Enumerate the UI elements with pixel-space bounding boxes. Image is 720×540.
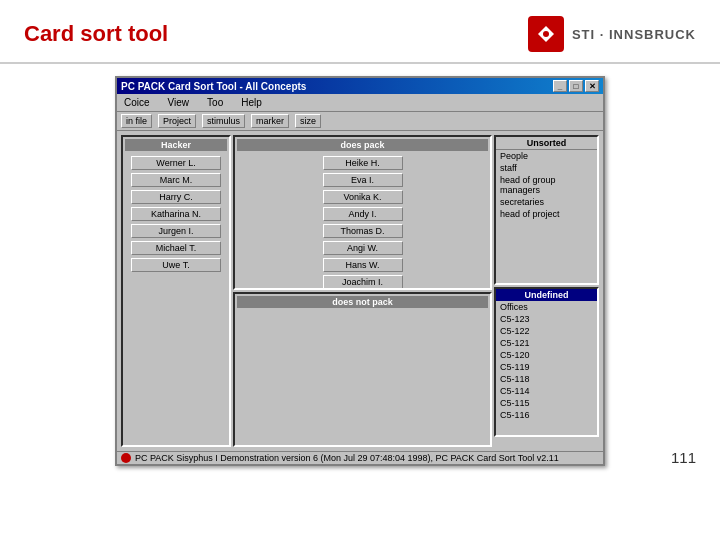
dialog-title: PC PACK Card Sort Tool - All Concepts [121,81,306,92]
logo-text: STI · INNSBRUCK [572,27,696,42]
list-item[interactable]: Katharina N. [131,207,221,221]
menu-view[interactable]: View [165,96,193,109]
list-item[interactable]: Uwe T. [131,258,221,272]
toolbar: in file Project stimulus marker size [117,112,603,131]
does-not-pack-panel: does not pack [233,292,492,447]
menu-help[interactable]: Help [238,96,265,109]
list-item[interactable]: C5-121 [496,337,597,349]
list-item[interactable]: Werner L. [131,156,221,170]
does-pack-title: does pack [237,139,488,151]
does-not-pack-title: does not pack [237,296,488,308]
list-item[interactable]: Joachim I. [323,275,403,289]
win-dialog: PC PACK Card Sort Tool - All Concepts _ … [115,76,605,466]
middle-panels: does pack Heike H. Eva I. Vonika K. Andy… [233,135,492,447]
list-item[interactable]: Eva I. [323,173,403,187]
list-item[interactable]: C5-118 [496,373,597,385]
close-button[interactable]: ✕ [585,80,599,92]
page-number: 111 [671,449,696,466]
list-item[interactable]: C5-120 [496,349,597,361]
page-title: Card sort tool [24,21,168,47]
list-item[interactable]: Vonika K. [323,190,403,204]
logo-icon [528,16,564,52]
list-item[interactable]: C5-123 [496,313,597,325]
list-item[interactable]: C5-114 [496,385,597,397]
list-item[interactable]: Angi W. [323,241,403,255]
dialog-body: Hacker Werner L. Marc M. Harry C. Kathar… [117,131,603,451]
status-text: PC PACK Sisyphus I Demonstration version… [135,453,559,463]
undefined-panel: Undefined Offices C5-123 C5-122 C5-121 C… [494,287,599,437]
unsorted-panel: Unsorted People staff head of group mana… [494,135,599,285]
list-item[interactable]: Harry C. [131,190,221,204]
list-item[interactable]: Marc M. [131,173,221,187]
toolbar-size[interactable]: size [295,114,321,128]
list-item[interactable]: Hans W. [323,258,403,272]
list-item[interactable]: head of group managers [496,174,597,196]
list-item[interactable]: head of project [496,208,597,220]
toolbar-marker[interactable]: marker [251,114,289,128]
status-icon [121,453,131,463]
list-item[interactable]: C5-122 [496,325,597,337]
menu-too[interactable]: Too [204,96,226,109]
logo-area: STI · INNSBRUCK [528,16,696,52]
toolbar-stimulus[interactable]: stimulus [202,114,245,128]
list-item[interactable]: Michael T. [131,241,221,255]
maximize-button[interactable]: □ [569,80,583,92]
unsorted-title: Unsorted [496,137,597,150]
list-item[interactable]: C5-115 [496,397,597,409]
right-panels: Unsorted People staff head of group mana… [494,135,599,447]
main-content: PC PACK Card Sort Tool - All Concepts _ … [0,64,720,474]
list-item[interactable]: Jurgen I. [131,224,221,238]
list-item[interactable]: Andy I. [323,207,403,221]
list-item[interactable]: C5-119 [496,361,597,373]
status-bar: PC PACK Sisyphus I Demonstration version… [117,451,603,464]
svg-point-0 [543,31,549,37]
list-item[interactable]: Heike H. [323,156,403,170]
toolbar-infile[interactable]: in file [121,114,152,128]
menu-bar: Coice View Too Help [117,94,603,112]
list-item[interactable]: staff [496,162,597,174]
undefined-title: Undefined [496,289,597,301]
list-item[interactable]: C5-116 [496,409,597,421]
list-item[interactable]: Thomas D. [323,224,403,238]
page-header: Card sort tool STI · INNSBRUCK [0,0,720,64]
list-item[interactable]: Offices [496,301,597,313]
menu-coice[interactable]: Coice [121,96,153,109]
dialog-titlebar: PC PACK Card Sort Tool - All Concepts _ … [117,78,603,94]
minimize-button[interactable]: _ [553,80,567,92]
does-pack-panel: does pack Heike H. Eva I. Vonika K. Andy… [233,135,492,290]
toolbar-project[interactable]: Project [158,114,196,128]
list-item[interactable]: People [496,150,597,162]
list-item[interactable]: secretaries [496,196,597,208]
titlebar-buttons: _ □ ✕ [553,80,599,92]
hacker-panel: Hacker Werner L. Marc M. Harry C. Kathar… [121,135,231,447]
hacker-panel-title: Hacker [125,139,227,151]
